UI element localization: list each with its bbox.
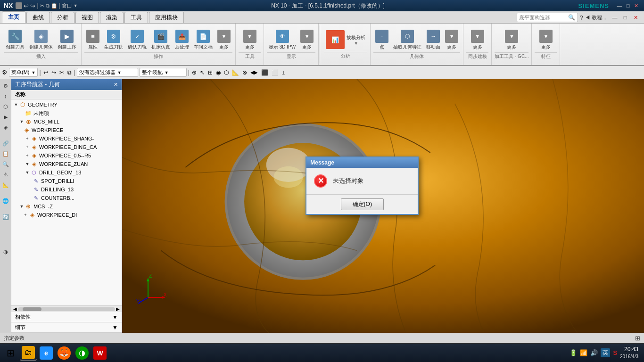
tab-tools[interactable]: 工具 <box>124 12 148 23</box>
nav-hscrollbar[interactable]: ◀ ▶ <box>11 305 122 312</box>
tab-analysis[interactable]: 分析 <box>51 12 74 23</box>
tree-item-workpiece-shang[interactable]: + ◈ WORKPIECE_SHANG- <box>11 134 122 143</box>
copy-btn[interactable]: ⧉ <box>46 3 50 9</box>
tree-item-workpiece-di[interactable]: + ◈ WORKPIECE_DI <box>11 211 122 219</box>
tb-snap2-icon[interactable]: ⊗ <box>241 68 248 77</box>
tb-filter-icon[interactable]: ⊞ <box>207 68 214 77</box>
left-icon-9[interactable]: ⚠ <box>1 170 10 179</box>
tb-snap-icon[interactable]: ⊕ <box>191 68 198 77</box>
w05-toggle[interactable]: + <box>25 153 30 158</box>
details-arrow[interactable]: ▼ <box>112 324 118 331</box>
more-features-btn[interactable]: ▼ 更多 <box>537 29 554 51</box>
tab-view[interactable]: 视图 <box>75 12 99 23</box>
tutorials-btn[interactable]: ◀ 教程... <box>585 14 606 21</box>
tb-select-icon[interactable]: ↖ <box>199 68 206 77</box>
postprocess-btn[interactable]: 📤 后处理 <box>173 29 191 51</box>
left-icon-5[interactable]: ◈ <box>1 123 10 132</box>
scroll-left-btn[interactable]: ◀ <box>13 306 17 312</box>
dialog-ok-btn[interactable]: 确定(O) <box>341 198 384 210</box>
tb-icon-4[interactable]: ⧉ <box>66 68 73 77</box>
filter-dropdown[interactable]: 没有选择过滤器 ▼ <box>77 68 138 77</box>
create-operation-btn[interactable]: ▶ 创建工序 <box>56 29 78 51</box>
start-btn[interactable]: ⊞ <box>2 346 19 361</box>
search-icon[interactable]: 🔍 <box>568 14 575 21</box>
left-icon-10[interactable]: 📐 <box>1 180 10 189</box>
dg-toggle[interactable]: ▼ <box>25 170 30 175</box>
tree-item-geometry[interactable]: ▼ ⬡ GEOMETRY <box>11 100 122 109</box>
show-3d-ipw-btn[interactable]: 👁 显示 3D IPW <box>267 29 297 51</box>
more-tools-btn[interactable]: ▼ 更多 <box>241 29 258 51</box>
dependency-item[interactable]: 相依性 ▼ <box>11 312 122 322</box>
taskbar-firefox-btn[interactable]: 🦊 <box>56 346 73 361</box>
dependency-arrow[interactable]: ▼ <box>112 314 118 321</box>
tb-layer-icon[interactable]: ⬡ <box>223 68 230 77</box>
tab-curves[interactable]: 曲线 <box>26 12 50 23</box>
scroll-track[interactable] <box>18 307 115 311</box>
left-icon-4[interactable]: ▶ <box>1 112 10 122</box>
assembly-dropdown[interactable]: 整个装配 ▼ <box>140 68 187 77</box>
create-geometry-btn[interactable]: ◈ 创建几何体 <box>27 29 55 51</box>
paste-btn[interactable]: 📋 <box>51 3 58 9</box>
tab-render[interactable]: 渲染 <box>100 12 124 23</box>
point-btn[interactable]: · 点 <box>373 29 390 51</box>
tree-item-spot-drill[interactable]: ✎ SPOT_DRILLI <box>11 177 122 185</box>
left-icon-2[interactable]: ↕ <box>1 91 10 101</box>
tb-obj-icon[interactable]: ⬛ <box>260 68 269 77</box>
left-icon-8[interactable]: 🔍 <box>1 159 10 169</box>
minimize-btn[interactable]: — <box>616 2 623 9</box>
window-dropdown-icon[interactable]: ▼ <box>74 3 78 8</box>
machine-simulation-btn[interactable]: 🎬 机床仿真 <box>149 29 172 51</box>
left-icon-6[interactable]: 🔗 <box>1 139 10 148</box>
window-menu[interactable]: 窗口 <box>62 2 72 9</box>
navigator-close-btn[interactable]: ✕ <box>114 82 118 88</box>
undo-btn[interactable]: ↩ <box>24 2 29 9</box>
extract-geometry-btn[interactable]: ⬡ 抽取几何特征 <box>391 29 423 51</box>
scroll-right-btn[interactable]: ▶ <box>116 306 120 312</box>
more-sync-btn[interactable]: ▼ 更多 <box>469 29 486 51</box>
tree-item-workpiece-05[interactable]: + ◈ WORKPIECE_0.5--R5 <box>11 151 122 160</box>
help-icon[interactable]: ? <box>580 14 583 21</box>
tb-view-icon[interactable]: ◉ <box>215 68 222 77</box>
ribbon-min-btn[interactable]: — <box>610 13 619 22</box>
tree-item-counterb[interactable]: ✎ COUNTERB... <box>11 194 122 202</box>
create-tool-btn[interactable]: 🔧 创建刀具 <box>4 29 26 51</box>
status-icon[interactable]: ⊞ <box>635 335 640 342</box>
taskbar-browser2-btn[interactable]: ◑ <box>74 346 91 361</box>
left-icon-3[interactable]: ⬡ <box>1 102 10 111</box>
taskbar-wps-btn[interactable]: W <box>91 346 108 361</box>
generate-toolpath-btn[interactable]: ⚙ 生成刀轨 <box>102 29 125 51</box>
tb-icon-1[interactable]: ↩ <box>42 68 49 77</box>
cut-btn[interactable]: ✂ <box>40 3 44 9</box>
search-input[interactable] <box>519 15 566 20</box>
mcsz-toggle[interactable]: ▼ <box>19 204 25 209</box>
tree-item-workpiece[interactable]: ◈ WORKPIECE <box>11 126 122 134</box>
wdi-toggle[interactable]: + <box>23 212 28 218</box>
tb-icon-2[interactable]: ↪ <box>50 68 57 77</box>
taskbar-explorer-btn[interactable]: 🗂 <box>20 346 37 361</box>
more-gc-btn[interactable]: ▼ 更多 <box>503 29 520 51</box>
wd-toggle[interactable]: + <box>25 144 30 150</box>
tb-icon-3[interactable]: ✂ <box>58 68 65 77</box>
tb-edge-icon[interactable]: ⟂ <box>281 68 286 77</box>
menu-dropdown[interactable]: 菜单(M) ▼ <box>9 68 38 77</box>
move-face-btn[interactable]: ↔ 移动面 <box>424 29 442 51</box>
tree-item-mcs-mill[interactable]: ▼ ⊕ MCS_MILL <box>11 117 122 126</box>
more-display-btn[interactable]: ▼ 更多 <box>298 29 315 51</box>
tree-item-workpiece-zuan[interactable]: ▼ ◈ WORKPIECE_ZUAN <box>11 160 122 168</box>
ribbon-close-btn[interactable]: ✕ <box>631 13 640 22</box>
tree-item-workpiece-ding[interactable]: + ◈ WORKPIECE_DING_CA <box>11 143 122 151</box>
tree-item-unused[interactable]: 📁 未用项 <box>11 109 122 117</box>
tb-more1-icon[interactable]: ◀▶ <box>249 69 259 76</box>
tab-home[interactable]: 主页 <box>2 11 25 23</box>
tree-item-drilling[interactable]: ✎ DRILLING_13 <box>11 185 122 194</box>
wz-toggle[interactable]: ▼ <box>25 161 30 167</box>
tb-measure-icon[interactable]: 📐 <box>231 68 240 77</box>
ribbon-max-btn[interactable]: □ <box>620 13 630 22</box>
verify-toolpath-btn[interactable]: ✓ 确认刀轨 <box>126 29 149 51</box>
more-ops-btn[interactable]: ▼ 更多 <box>215 29 232 51</box>
details-item[interactable]: 细节 ▼ <box>11 322 122 333</box>
tb-face-icon[interactable]: ⬜ <box>271 68 280 77</box>
settings-icon[interactable]: ⚙ <box>2 69 8 76</box>
taskbar-ie-btn[interactable]: e <box>38 346 55 361</box>
properties-btn[interactable]: ≡ 属性 <box>84 29 101 51</box>
